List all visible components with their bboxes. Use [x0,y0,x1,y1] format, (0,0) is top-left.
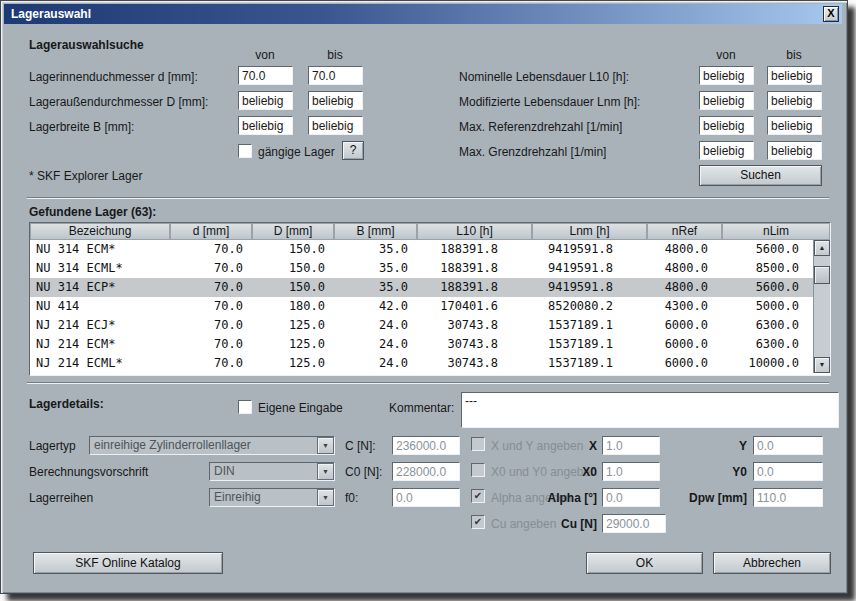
cell-value: 150.0 [252,259,334,278]
alpha-angeben-checkbox[interactable]: ✔ [471,489,485,503]
xy-angeben-checkbox[interactable]: ✔ [471,437,485,451]
cell-value: 5000.0 [722,297,813,316]
innendurchmesser-von-input[interactable] [238,66,293,85]
lagerbreite-bis-input[interactable] [308,116,363,135]
cell-value: 30743.8 [417,316,532,335]
aussendurchmesser-von-input[interactable] [238,91,293,110]
lagerreihen-dropdown[interactable]: Einreihig ▼ [209,488,335,507]
close-icon[interactable]: X [823,6,839,22]
y-input[interactable] [753,436,823,455]
cell-value: 35.0 [334,240,417,259]
alpha-input[interactable] [602,488,660,507]
help-button[interactable]: ? [342,141,364,160]
eigene-eingabe-checkbox[interactable]: ✔ [238,400,252,414]
scroll-up-icon[interactable]: ▲ [814,240,830,256]
kommentar-label: Kommentar: [389,401,454,415]
x-input[interactable] [602,436,660,455]
table-row[interactable]: NJ 214 ECML*70.0125.024.030743.81537189.… [30,354,813,373]
lagerbreite-von-input[interactable] [238,116,293,135]
cell-value: 30743.8 [417,335,532,354]
column-header-L10[interactable]: L10 [h] [417,223,532,240]
cell-value: 4800.0 [647,240,722,259]
separator-bottom [27,382,829,384]
column-header-bezeichung[interactable]: Bezeichung [30,223,170,240]
label-lagerbreite: Lagerbreite B [mm]: [29,120,134,134]
cell-value: 6000.0 [647,316,722,335]
cell-value: 24.0 [334,354,417,373]
column-header-B[interactable]: B [mm] [334,223,417,240]
c-input[interactable] [392,436,460,455]
grenzdrehzahl-von-input[interactable] [699,141,754,160]
column-header-D[interactable]: D [mm] [252,223,334,240]
cell-value: 9419591.8 [532,259,647,278]
cell-value: 70.0 [170,335,252,354]
scroll-down-icon[interactable]: ▼ [814,357,830,373]
lagertyp-value: einreihige Zylinderrollenllager [90,437,316,454]
x0y0-angeben-checkbox[interactable]: ✔ [471,463,485,477]
lnm-bis-input[interactable] [767,91,822,110]
c0-input[interactable] [392,462,460,481]
table-row[interactable]: NU 314 ECM*70.0150.035.0188391.89419591.… [30,240,813,259]
lagerauswahl-dialog: Lagerauswahl X Lagerauswahlsuche von bis… [0,0,848,594]
cell-bezeichung: NU 314 ECP* [30,278,170,297]
c-label: C [N]: [345,439,376,453]
cu-input[interactable] [602,514,666,533]
column-header-Lnm[interactable]: Lnm [h] [532,223,647,240]
chevron-down-icon[interactable]: ▼ [317,463,334,480]
dpw-label: Dpw [mm] [687,491,747,505]
y-label: Y [701,439,747,453]
column-header-d[interactable]: d [mm] [170,223,252,240]
referenzdrehzahl-von-input[interactable] [699,116,754,135]
table-row[interactable]: NU 314 ECP*70.0150.035.0188391.89419591.… [30,278,813,297]
von-column-label-right: von [699,48,753,62]
y0-input[interactable] [753,462,823,481]
lagertyp-dropdown[interactable]: einreihige Zylinderrollenllager ▼ [89,436,335,455]
cu-angeben-checkbox[interactable]: ✔ [471,515,485,529]
column-header-nLim[interactable]: nLim [722,223,830,240]
x0-input[interactable] [602,462,660,481]
chevron-down-icon[interactable]: ▼ [317,489,334,506]
referenzdrehzahl-bis-input[interactable] [767,116,822,135]
alpha-label: Alpha [°] [537,491,597,505]
cell-value: 8520080.2 [532,297,647,316]
lagerreihen-label: Lagerreihen [29,491,93,505]
table-row[interactable]: NU 41470.0180.042.0170401.68520080.24300… [30,297,813,316]
table-row[interactable]: NJ 214 ECM*70.0125.024.030743.81537189.1… [30,335,813,354]
table-row[interactable]: NU 314 ECML*70.0150.035.0188391.89419591… [30,259,813,278]
label-referenzdrehzahl: Max. Referenzdrehzahl [1/min] [459,120,622,134]
skf-online-katalog-button[interactable]: SKF Online Katalog [33,552,223,574]
kommentar-textarea[interactable]: --- [461,392,839,428]
titlebar[interactable]: Lagerauswahl X [4,4,842,24]
details-heading: Lagerdetails: [29,397,104,411]
chevron-down-icon[interactable]: ▼ [317,437,334,454]
lnm-von-input[interactable] [699,91,754,110]
column-header-nRef[interactable]: nRef [647,223,722,240]
cell-value: 4800.0 [647,259,722,278]
grenzdrehzahl-bis-input[interactable] [767,141,822,160]
dpw-input[interactable] [753,488,823,507]
vertical-scrollbar[interactable]: ▲ ▼ [813,240,830,373]
innendurchmesser-bis-input[interactable] [308,66,363,85]
ok-button[interactable]: OK [586,552,703,574]
cell-value: 1537189.1 [532,335,647,354]
suchen-button[interactable]: Suchen [699,165,822,186]
cell-value: 125.0 [252,354,334,373]
gaengige-lager-checkbox[interactable]: ✔ [238,144,252,158]
abbrechen-button[interactable]: Abbrechen [713,552,831,574]
scrollbar-thumb[interactable] [814,266,830,284]
cell-value: 4800.0 [647,278,722,297]
l10-bis-input[interactable] [767,66,822,85]
skf-explorer-note: * SKF Explorer Lager [29,169,142,183]
f0-input[interactable] [392,488,460,507]
berechnungsvorschrift-value: DIN [210,463,316,480]
table-row[interactable]: NJ 214 ECJ*70.0125.024.030743.81537189.1… [30,316,813,335]
results-heading: Gefundene Lager (63): [29,205,156,219]
cell-value: 70.0 [170,240,252,259]
cell-value: 30743.8 [417,354,532,373]
cell-value: 35.0 [334,259,417,278]
l10-von-input[interactable] [699,66,754,85]
cell-value: 35.0 [334,278,417,297]
aussendurchmesser-bis-input[interactable] [308,91,363,110]
berechnungsvorschrift-dropdown[interactable]: DIN ▼ [209,462,335,481]
cell-value: 70.0 [170,316,252,335]
